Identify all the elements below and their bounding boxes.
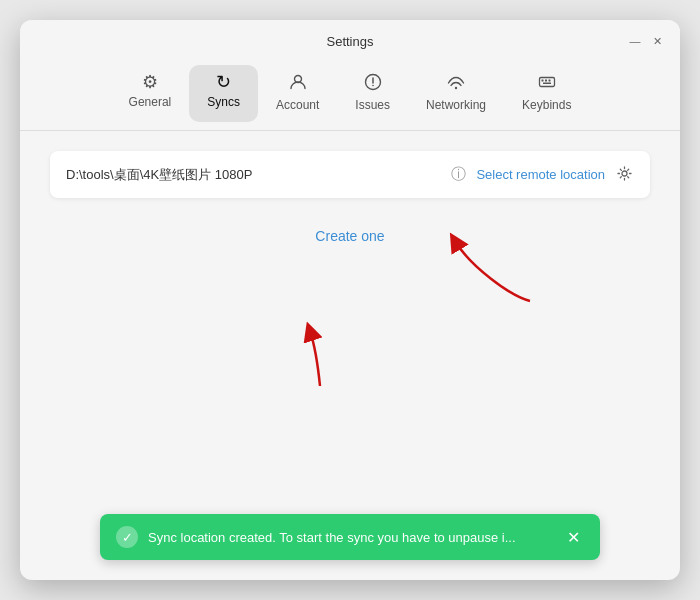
toast-check-icon: ✓: [116, 526, 138, 548]
general-icon: ⚙: [142, 73, 158, 91]
arrow-lower: [290, 326, 350, 390]
svg-point-3: [455, 87, 457, 89]
sync-row: D:\tools\桌面\4K壁纸图片 1080P ⓘ Select remote…: [50, 151, 650, 198]
title-bar: Settings — ✕: [20, 20, 680, 59]
window-controls: — ✕: [628, 34, 664, 48]
svg-point-2: [372, 85, 374, 87]
info-icon[interactable]: ⓘ: [451, 165, 466, 184]
tabs-bar: ⚙ General ↻ Syncs Account: [20, 59, 680, 122]
tab-networking[interactable]: Networking: [408, 65, 504, 122]
create-one-button[interactable]: Create one: [315, 228, 384, 244]
tab-issues[interactable]: Issues: [337, 65, 408, 122]
account-icon: [289, 73, 307, 94]
syncs-icon: ↻: [216, 73, 231, 91]
tab-account[interactable]: Account: [258, 65, 337, 122]
content-area: D:\tools\桌面\4K壁纸图片 1080P ⓘ Select remote…: [20, 131, 680, 580]
window-title: Settings: [327, 34, 374, 49]
create-one-area: Create one: [50, 228, 650, 244]
svg-rect-4: [539, 78, 554, 87]
toast-message: Sync location created. To start the sync…: [148, 530, 553, 545]
close-button[interactable]: ✕: [650, 34, 664, 48]
keybinds-icon: [538, 73, 556, 94]
arrow-upper: [450, 236, 540, 310]
toast-close-button[interactable]: ✕: [563, 528, 584, 547]
networking-icon: [447, 73, 465, 94]
svg-rect-8: [543, 83, 551, 85]
svg-rect-7: [548, 80, 550, 82]
tab-general[interactable]: ⚙ General: [111, 65, 190, 122]
toast-notification: ✓ Sync location created. To start the sy…: [100, 514, 600, 560]
tab-keybinds[interactable]: Keybinds: [504, 65, 589, 122]
svg-point-9: [622, 171, 627, 176]
settings-window: Settings — ✕ ⚙ General ↻ Syncs Account: [20, 20, 680, 580]
minimize-button[interactable]: —: [628, 34, 642, 48]
sync-path: D:\tools\桌面\4K壁纸图片 1080P: [66, 166, 441, 184]
select-remote-link[interactable]: Select remote location: [476, 167, 605, 182]
svg-rect-5: [541, 80, 543, 82]
svg-rect-6: [545, 80, 547, 82]
tab-syncs[interactable]: ↻ Syncs: [189, 65, 258, 122]
issues-icon: [364, 73, 382, 94]
sync-settings-gear-icon[interactable]: [615, 166, 634, 184]
